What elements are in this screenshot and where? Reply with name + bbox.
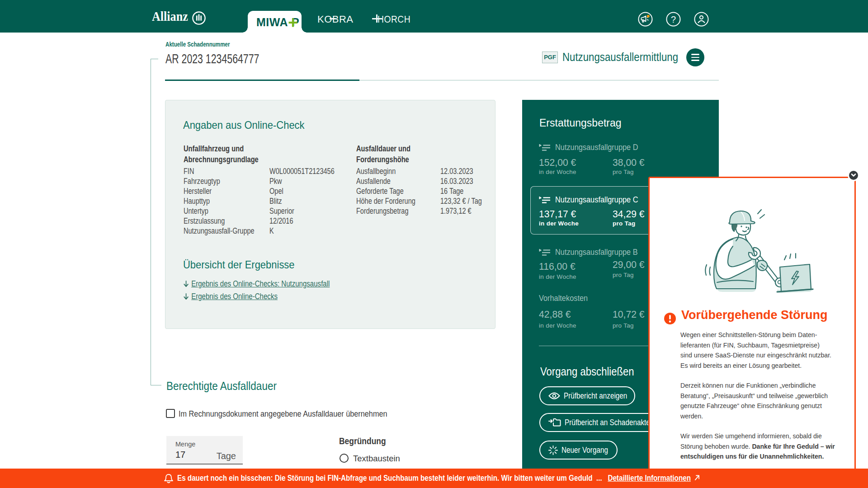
svg-text:?: ?	[671, 14, 676, 24]
